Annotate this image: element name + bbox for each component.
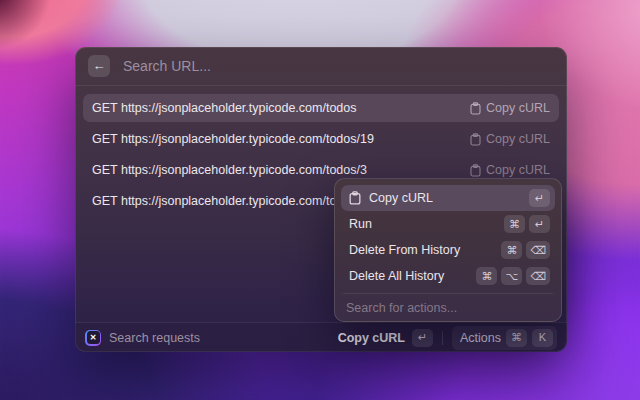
primary-action-label: Copy cURL <box>338 331 405 345</box>
return-key-badge: ↵ <box>412 329 433 347</box>
cmd-key-badge: ⌘ <box>501 241 522 259</box>
action-item-run[interactable]: Run ⌘ ↵ <box>341 211 555 237</box>
cmd-key-badge: ⌘ <box>506 329 527 347</box>
clipboard-icon <box>470 133 481 146</box>
request-url-label: GET https://jsonplaceholder.typicode.com… <box>92 194 367 208</box>
footer-command-label: Search requests <box>109 331 200 345</box>
option-key-badge: ⌥ <box>501 267 522 285</box>
copy-curl-accessory: Copy cURL <box>470 101 550 115</box>
action-search-input[interactable] <box>344 300 552 316</box>
copy-curl-accessory: Copy cURL <box>470 132 550 146</box>
copy-curl-accessory-label: Copy cURL <box>486 163 550 177</box>
action-item-delete-all-history[interactable]: Delete All History ⌘ ⌥ ⌫ <box>341 263 555 289</box>
back-button[interactable]: ← <box>88 55 110 77</box>
actions-button-label: Actions <box>460 331 501 345</box>
copy-curl-accessory-label: Copy cURL <box>486 101 550 115</box>
action-shortcut: ⌘ ⌫ <box>501 241 550 259</box>
request-row[interactable]: GET https://jsonplaceholder.typicode.com… <box>83 125 559 153</box>
extension-icon: ✕ <box>85 330 101 346</box>
action-item-label: Delete From History <box>349 243 501 257</box>
action-shortcut: ↵ <box>529 189 550 207</box>
action-item-label: Delete All History <box>349 269 476 283</box>
search-header: ← <box>75 47 567 86</box>
action-item-label: Copy cURL <box>369 191 529 205</box>
action-shortcut: ⌘ ↵ <box>504 215 550 233</box>
action-panel: Copy cURL ↵ Run ⌘ ↵ Delete From History … <box>334 178 562 322</box>
cmd-key-badge: ⌘ <box>504 215 525 233</box>
footer-bar: ✕ Search requests Copy cURL ↵ Actions ⌘ … <box>75 322 567 352</box>
clipboard-icon <box>470 164 481 177</box>
delete-key-badge: ⌫ <box>526 241 550 259</box>
k-key-badge: K <box>532 329 553 347</box>
delete-key-badge: ⌫ <box>526 267 550 285</box>
copy-curl-accessory-label: Copy cURL <box>486 132 550 146</box>
request-row[interactable]: GET https://jsonplaceholder.typicode.com… <box>83 94 559 122</box>
request-url-label: GET https://jsonplaceholder.typicode.com… <box>92 163 367 177</box>
action-item-delete-from-history[interactable]: Delete From History ⌘ ⌫ <box>341 237 555 263</box>
return-key-badge: ↵ <box>529 189 550 207</box>
action-item-label: Run <box>349 217 504 231</box>
action-item-copy-curl[interactable]: Copy cURL ↵ <box>341 185 555 211</box>
action-search <box>341 294 555 322</box>
request-url-label: GET https://jsonplaceholder.typicode.com… <box>92 132 374 146</box>
primary-action-button[interactable]: Copy cURL ↵ <box>338 329 433 347</box>
request-url-label: GET https://jsonplaceholder.typicode.com… <box>92 101 357 115</box>
footer-divider <box>442 331 443 345</box>
return-key-badge: ↵ <box>529 215 550 233</box>
action-shortcut: ⌘ ⌥ ⌫ <box>476 267 550 285</box>
cmd-key-badge: ⌘ <box>476 267 497 285</box>
actions-button[interactable]: Actions ⌘ K <box>452 326 557 350</box>
copy-curl-accessory: Copy cURL <box>470 163 550 177</box>
search-input[interactable] <box>121 57 554 75</box>
clipboard-icon <box>470 102 481 115</box>
clipboard-icon <box>349 191 361 205</box>
